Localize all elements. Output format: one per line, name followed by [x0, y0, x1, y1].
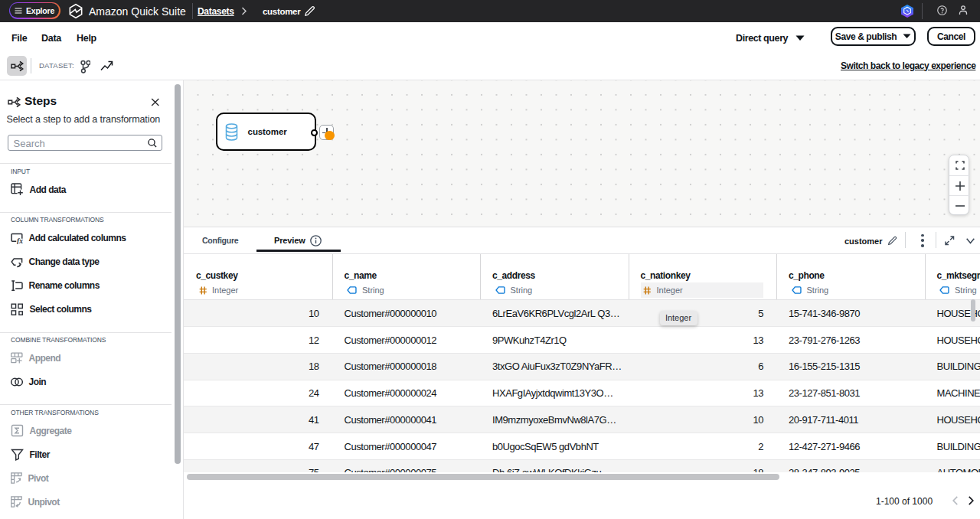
svg-text:fx: fx — [17, 237, 23, 244]
